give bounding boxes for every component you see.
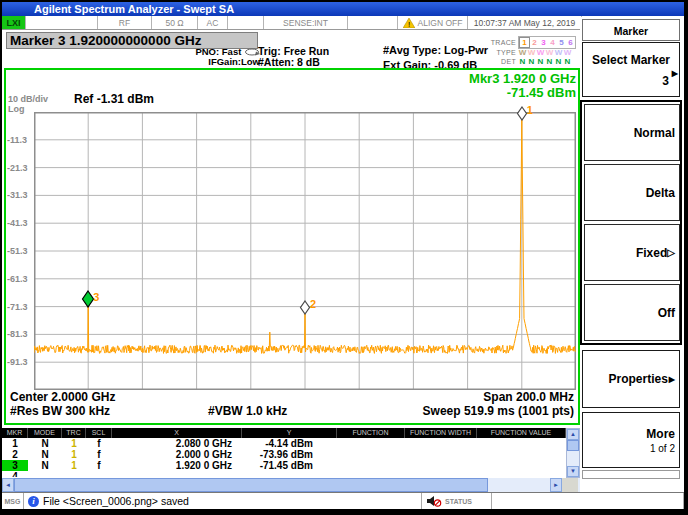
scroll-track[interactable] [567, 451, 579, 466]
trace-det-4: N [545, 57, 554, 66]
rbw-label: #Res BW 300 kHz [10, 404, 110, 418]
off-button[interactable]: Off [584, 284, 680, 341]
cell-mkr: 2 [2, 449, 28, 460]
marker-table-row-selected[interactable]: 3 N 1 f 1.920 0 GHz -71.45 dBm [2, 460, 566, 471]
cell-y: -4.14 dBm [242, 438, 337, 449]
message-area: i File <Screen_0006.png> saved [24, 493, 422, 509]
y-axis-tick: -21.3 [7, 163, 33, 173]
trace-number-3: 3 [539, 38, 548, 47]
sense-indicator: SENSE:INT [264, 16, 348, 29]
trig-label: Trig: Free Run [258, 46, 329, 57]
cell-x: 2.000 0 GHz [112, 449, 242, 460]
table-vertical-scrollbar[interactable]: ▲ ▼ [566, 428, 580, 478]
cell-y: -73.96 dBm [242, 449, 337, 460]
scale-per-div-label: 10 dB/div [8, 94, 48, 104]
delta-label: Delta [646, 186, 675, 200]
trace-number-1: 1 [519, 37, 530, 48]
cell-trc: 1 [62, 438, 86, 449]
off-label: Off [658, 306, 675, 320]
scroll-left-arrow[interactable]: ◄ [2, 478, 14, 492]
svg-text:!: ! [407, 20, 409, 28]
cell-x: 2.080 0 GHz [112, 438, 242, 449]
impedance-indicator: 50 Ω [152, 16, 198, 29]
cell-function-width [405, 449, 477, 460]
cell-function-width [405, 438, 477, 449]
status-strip: LXI RF 50 Ω AC SENSE:INT ! ALIGN OFF 10:… [2, 16, 582, 30]
marker-readout-green: Mkr3 1.920 0 GHz -71.45 dBm [469, 72, 576, 100]
rf-indicator: RF [98, 16, 152, 29]
properties-button[interactable]: Properties ▶ [582, 350, 680, 408]
graticule: 1 2 3 [34, 112, 576, 390]
trace-type-3: W [536, 48, 545, 57]
cell-mode: N [28, 438, 62, 449]
more-button[interactable]: More 1 of 2 [582, 412, 680, 468]
table-horizontal-scrollbar[interactable]: ◄ ► [2, 478, 580, 492]
center-freq-label: Center 2.0000 GHz [10, 390, 115, 404]
col-trc: TRC [62, 428, 86, 438]
y-axis-tick: -71.3 [7, 302, 33, 312]
app-window: Agilent Spectrum Analyzer - Swept SA LXI… [2, 2, 684, 509]
cell-y: -71.45 dBm [242, 460, 337, 471]
marker-2-label: 2 [310, 298, 316, 310]
select-marker-button[interactable]: Select Marker 3 ▶ [582, 42, 680, 97]
submenu-arrow-icon: ▶ [669, 375, 675, 384]
cell-mode: N [28, 449, 62, 460]
delta-button[interactable]: Delta [584, 164, 680, 221]
fixed-label: Fixed [636, 246, 667, 260]
trace-legend-row: TRACE 1 2 3 4 5 6 [482, 38, 580, 48]
open-arrow-icon: ▷ [667, 247, 675, 258]
normal-button[interactable]: Normal [584, 104, 680, 161]
freq-annotation-row: Center 2.0000 GHz Span 200.0 MHz [8, 390, 576, 404]
spectrum-plot [34, 112, 576, 390]
span-label: Span 200.0 MHz [483, 390, 574, 404]
trace-det-6: N [563, 57, 572, 66]
scroll-thumb[interactable] [14, 478, 488, 492]
strip-spacer [228, 16, 264, 29]
scroll-up-arrow[interactable]: ▲ [567, 429, 579, 440]
menu-title: Marker [582, 19, 680, 41]
cell-trc: 1 [62, 460, 86, 471]
type-legend-row: TYPE W W W W W W [482, 48, 580, 58]
marker-mode-group: Normal Delta Fixed▷ Off [580, 100, 682, 345]
cell-trc: 1 [62, 449, 86, 460]
cell-scl: f [86, 438, 112, 449]
menu-footer-strip [582, 470, 680, 479]
coupling-indicator: AC [198, 16, 228, 29]
window-titlebar: Agilent Spectrum Analyzer - Swept SA [2, 2, 684, 16]
scroll-down-arrow[interactable]: ▼ [567, 466, 579, 477]
submenu-arrow-icon: ▶ [672, 69, 678, 78]
marker-table: MKR MODE TRC SCL X Y FUNCTION FUNCTION W… [2, 428, 566, 477]
window-title: Agilent Spectrum Analyzer - Swept SA [34, 3, 234, 15]
marker-table-row[interactable]: 2 N 1 f 2.000 0 GHz -73.96 dBm [2, 449, 566, 460]
speaker-muted-icon [426, 495, 442, 507]
trace-det-5: N [554, 57, 563, 66]
cell-mkr: 4 [2, 471, 28, 477]
trigger-block: Trig: Free Run #Atten: 8 dB [258, 46, 329, 67]
scroll-right-arrow[interactable]: ► [550, 478, 562, 492]
marker-table-row[interactable]: 1 N 1 f 2.080 0 GHz -4.14 dBm [2, 438, 566, 449]
select-marker-value: 3 [583, 74, 679, 88]
marker-amp-readout: -71.45 dBm [469, 86, 576, 100]
det-label: DET [482, 58, 518, 65]
scale-type-label: Log [8, 104, 25, 114]
y-axis-tick: -81.3 [7, 329, 33, 339]
scroll-thumb[interactable] [567, 440, 579, 451]
cell-mode: N [28, 460, 62, 471]
statusbar-spacer [492, 493, 684, 509]
cell-x: 1.920 0 GHz [112, 460, 242, 471]
det-legend-row: DET N N N N N N [482, 57, 580, 67]
ifgain-label: IFGain:Low [152, 57, 260, 67]
scrollbar-corner [562, 478, 578, 492]
trace-det-2: N [527, 57, 536, 66]
marker-table-header: MKR MODE TRC SCL X Y FUNCTION FUNCTION W… [2, 428, 566, 438]
scroll-track[interactable] [488, 478, 550, 492]
normal-label: Normal [634, 126, 675, 140]
fixed-button[interactable]: Fixed▷ [584, 224, 680, 281]
marker-table-row-partial: 4 [2, 471, 566, 477]
y-axis-tick: -51.3 [7, 246, 33, 256]
trace-det-3: N [536, 57, 545, 66]
sweep-label: Sweep 519.9 ms (1001 pts) [423, 404, 574, 418]
align-indicator: ! ALIGN OFF [398, 16, 468, 29]
y-axis-tick: -11.3 [7, 135, 33, 145]
lxi-badge: LXI [2, 16, 26, 29]
